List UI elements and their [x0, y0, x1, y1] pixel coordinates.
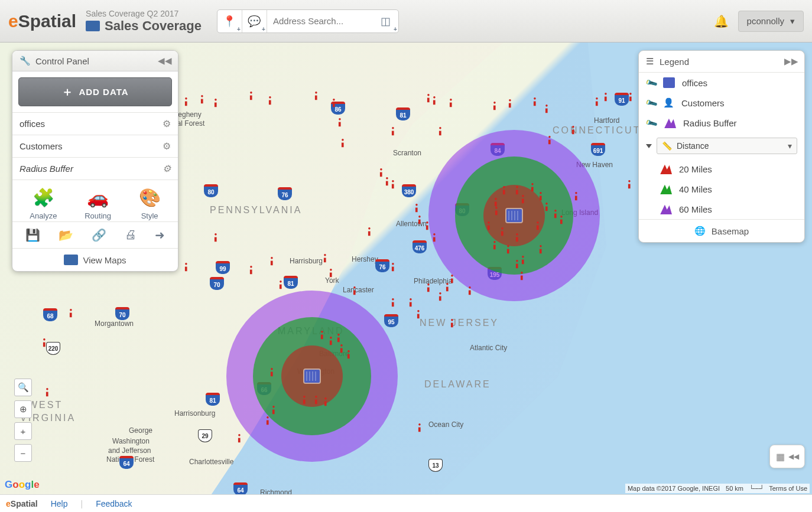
- layer-radius-buffer[interactable]: Radius Buffer ⚙: [12, 157, 178, 180]
- customer-marker[interactable]: [426, 282, 431, 292]
- customer-marker[interactable]: [437, 291, 443, 301]
- customer-marker[interactable]: [390, 296, 396, 307]
- customer-marker[interactable]: [313, 394, 319, 405]
- customer-marker[interactable]: [269, 255, 275, 266]
- customer-marker[interactable]: [514, 258, 520, 269]
- customer-marker[interactable]: [628, 91, 634, 102]
- customer-marker[interactable]: [248, 90, 254, 100]
- analyze-tool[interactable]: 🧩Analyze: [30, 187, 57, 220]
- customer-marker[interactable]: [278, 279, 284, 289]
- office-marker[interactable]: [506, 209, 522, 222]
- gear-icon[interactable]: ⚙: [163, 163, 171, 174]
- open-icon[interactable]: 📂: [59, 228, 73, 242]
- add-comment-button[interactable]: 💬+: [242, 10, 267, 32]
- customer-marker[interactable]: [183, 261, 189, 272]
- gear-icon[interactable]: ⚙: [163, 118, 171, 129]
- customer-marker[interactable]: [424, 220, 430, 230]
- customer-marker[interactable]: [415, 308, 421, 319]
- visibility-icon[interactable]: 🔦: [644, 116, 658, 129]
- user-menu[interactable]: pconnolly ▾: [738, 11, 804, 32]
- customer-marker[interactable]: [265, 415, 271, 425]
- legend-offices[interactable]: 🔦 offices: [639, 73, 804, 93]
- customer-marker[interactable]: [520, 254, 526, 265]
- view-maps-button[interactable]: View Maps: [12, 248, 178, 271]
- customer-marker[interactable]: [544, 103, 550, 113]
- expand-icon[interactable]: ▶▶: [784, 56, 798, 67]
- office-marker[interactable]: [304, 370, 320, 383]
- customer-marker[interactable]: [213, 231, 219, 242]
- save-icon[interactable]: 💾: [25, 228, 40, 242]
- customer-marker[interactable]: [535, 220, 541, 230]
- customer-marker[interactable]: [390, 261, 396, 272]
- customer-marker[interactable]: [384, 175, 390, 186]
- basemap-button[interactable]: 🌐 Basemap: [639, 219, 804, 242]
- layer-customers[interactable]: Customers ⚙: [12, 135, 178, 157]
- customer-marker[interactable]: [417, 214, 423, 224]
- customer-marker[interactable]: [339, 343, 345, 353]
- customer-marker[interactable]: [390, 178, 396, 189]
- customer-marker[interactable]: [328, 335, 334, 345]
- print-icon[interactable]: 🖨: [125, 228, 137, 242]
- customer-marker[interactable]: [408, 296, 414, 307]
- zoom-out-button[interactable]: −: [14, 444, 32, 462]
- visibility-icon[interactable]: 🔦: [644, 96, 658, 109]
- customer-marker[interactable]: [426, 92, 431, 103]
- customer-marker[interactable]: [322, 252, 328, 263]
- layer-offices[interactable]: offices ⚙: [12, 112, 178, 135]
- customer-marker[interactable]: [505, 243, 511, 254]
- customer-marker[interactable]: [301, 394, 307, 405]
- customer-marker[interactable]: [603, 91, 609, 102]
- address-search-input[interactable]: [267, 10, 373, 32]
- customer-marker[interactable]: [267, 94, 273, 105]
- customer-marker[interactable]: [573, 190, 579, 201]
- mini-grid-toggle[interactable]: ▦ ◀◀: [769, 445, 805, 468]
- customer-marker[interactable]: [519, 270, 525, 281]
- routing-tool[interactable]: 🚗Routing: [85, 187, 111, 220]
- customer-marker[interactable]: [594, 96, 600, 106]
- distance-select[interactable]: 📏 Distance: [657, 138, 797, 154]
- customer-marker[interactable]: [323, 396, 329, 406]
- customer-marker[interactable]: [493, 205, 499, 216]
- legend-radius-buffer[interactable]: 🔦 Radius Buffer: [639, 113, 804, 133]
- customer-marker[interactable]: [346, 348, 352, 359]
- help-link[interactable]: Help: [51, 499, 68, 508]
- customer-marker[interactable]: [248, 264, 254, 275]
- control-panel-header[interactable]: 🔧 Control Panel ◀◀: [12, 51, 178, 71]
- customer-marker[interactable]: [538, 190, 544, 201]
- add-data-button[interactable]: ＋ ADD DATA: [18, 77, 172, 106]
- customer-marker[interactable]: [507, 97, 513, 108]
- customer-marker[interactable]: [417, 422, 423, 432]
- customer-marker[interactable]: [492, 100, 498, 110]
- customer-marker[interactable]: [313, 90, 319, 100]
- customer-marker[interactable]: [532, 96, 538, 106]
- customer-marker[interactable]: [558, 214, 564, 224]
- customer-marker[interactable]: [236, 432, 242, 443]
- customer-marker[interactable]: [553, 208, 558, 219]
- customer-marker[interactable]: [271, 404, 277, 415]
- customer-marker[interactable]: [492, 239, 498, 250]
- customer-marker[interactable]: [331, 97, 337, 107]
- customer-marker[interactable]: [448, 97, 454, 107]
- customer-marker[interactable]: [431, 231, 437, 242]
- customer-marker[interactable]: [352, 285, 358, 295]
- customer-marker[interactable]: [486, 220, 492, 230]
- terms-link[interactable]: Terms of Use: [769, 485, 807, 492]
- customer-marker[interactable]: [538, 243, 544, 254]
- customer-marker[interactable]: [449, 317, 455, 328]
- customer-marker[interactable]: [213, 97, 219, 107]
- customer-marker[interactable]: [414, 202, 420, 213]
- chevron-down-icon[interactable]: [646, 144, 652, 148]
- style-tool[interactable]: 🎨Style: [139, 187, 161, 220]
- customer-marker[interactable]: [336, 332, 342, 343]
- customer-marker[interactable]: [68, 307, 74, 318]
- customer-marker[interactable]: [547, 134, 553, 145]
- add-area-button[interactable]: ◫+: [373, 10, 398, 32]
- legend-buffer-60[interactable]: 60 Miles: [639, 199, 804, 219]
- gear-icon[interactable]: ⚙: [163, 141, 171, 152]
- customer-marker[interactable]: [520, 193, 526, 204]
- legend-header[interactable]: ☰ Legend ▶▶: [639, 51, 804, 73]
- zoom-area-button[interactable]: 🔍: [14, 379, 32, 396]
- legend-buffer-20[interactable]: 20 Miles: [639, 159, 804, 179]
- workspace-title[interactable]: Sales Coverage: [86, 18, 202, 34]
- customer-marker[interactable]: [514, 184, 520, 195]
